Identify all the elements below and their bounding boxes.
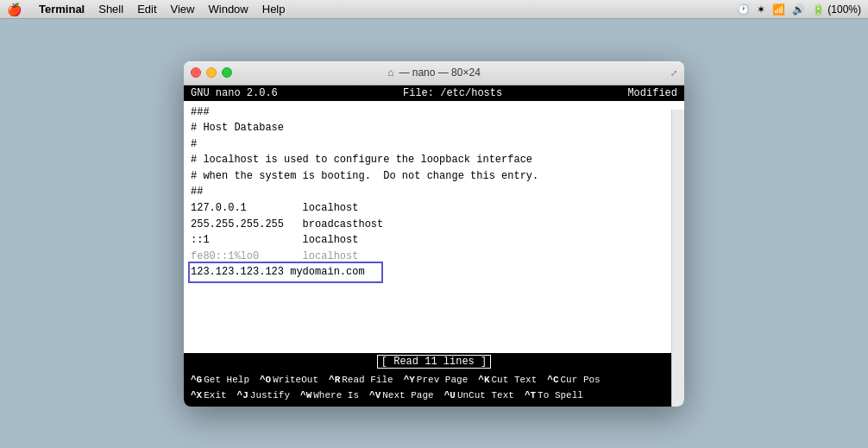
menubar: 🍎 Terminal Shell Edit View Window Help 🕐… (0, 0, 868, 19)
nano-line: ::1 localhost (191, 232, 667, 249)
label-next-page: Next Page (382, 388, 433, 404)
label-to-spell: To Spell (538, 388, 583, 404)
shortcut-justify: ^J Justify (237, 388, 290, 404)
label-prev-page: Prev Page (417, 373, 468, 388)
volume-icon: 🔊 (792, 3, 805, 16)
key-cv: ^V (369, 388, 381, 404)
close-button[interactable] (191, 67, 201, 78)
nano-footer: ^G Get Help ^O WriteOut ^R Read File ^Y … (184, 370, 684, 406)
label-where-is: Where Is (313, 388, 359, 404)
menu-shell[interactable]: Shell (98, 3, 123, 16)
title-bar-center: ⌂ — nano — 80×24 (387, 66, 481, 79)
menu-help[interactable]: Help (262, 3, 286, 16)
nano-line: ## (191, 184, 667, 200)
nano-editor[interactable]: GNU nano 2.0.6 File: /etc/hosts Modified… (184, 85, 684, 407)
terminal-window: ⌂ — nano — 80×24 ⤢ GNU nano 2.0.6 File: … (184, 61, 684, 407)
nano-line: fe80::1%lo0 localhost (191, 249, 667, 265)
nano-line: 255.255.255.255 broadcasthost (191, 217, 667, 233)
shortcut-cut-text: ^K Cut Text (478, 373, 537, 388)
nano-highlighted-line: 123.123.123.123 mydomain.com (191, 264, 381, 281)
footer-row-1: ^G Get Help ^O WriteOut ^R Read File ^Y … (191, 373, 677, 388)
shortcut-cur-pos: ^C Cur Pos (547, 373, 600, 388)
nano-line: # (191, 136, 667, 153)
key-cr: ^R (329, 373, 340, 388)
window-title: — nano — 80×24 (399, 66, 480, 79)
nano-version: GNU nano 2.0.6 (191, 87, 278, 99)
label-justify: Justify (250, 388, 290, 404)
key-cw: ^W (300, 388, 311, 404)
key-cg: ^G (191, 373, 202, 388)
resize-icon[interactable]: ⤢ (670, 68, 677, 78)
menu-terminal[interactable]: Terminal (39, 3, 85, 16)
battery-indicator: 🔋 (100%) (812, 3, 861, 16)
key-ct: ^T (525, 388, 536, 404)
nano-line: 127.0.0.1 localhost (191, 200, 667, 217)
read-lines-badge: [ Read 11 lines ] (377, 355, 491, 369)
nano-line: # localhost is used to configure the loo… (191, 152, 667, 168)
shortcut-uncut-text: ^U UnCut Text (444, 388, 514, 404)
nano-line: # Host Database (191, 120, 667, 136)
key-cx: ^X (191, 388, 202, 404)
wifi-icon: 📶 (772, 3, 785, 16)
key-cj: ^J (237, 388, 248, 404)
key-cy: ^Y (404, 373, 415, 388)
traffic-lights (191, 67, 232, 78)
menubar-right: 🕐 ✶ 📶 🔊 🔋 (100%) (737, 3, 861, 16)
nano-file: File: /etc/hosts (403, 87, 502, 99)
shortcut-read-file: ^R Read File (329, 373, 393, 388)
minimize-button[interactable] (206, 67, 217, 78)
shortcut-writeout: ^O WriteOut (260, 373, 318, 388)
nano-header: GNU nano 2.0.6 File: /etc/hosts Modified (184, 85, 684, 101)
shortcut-get-help: ^G Get Help (191, 373, 249, 388)
nano-modified: Modified (627, 87, 677, 99)
label-cur-pos: Cur Pos (561, 373, 601, 388)
shortcut-to-spell: ^T To Spell (525, 388, 583, 404)
key-co: ^O (260, 373, 271, 388)
menu-view[interactable]: View (171, 3, 195, 16)
nano-line: ### (191, 104, 667, 121)
shortcut-where-is: ^W Where Is (300, 388, 359, 404)
label-get-help: Get Help (204, 373, 249, 388)
nano-line: # when the system is booting. Do not cha… (191, 168, 667, 185)
label-cut-text: Cut Text (491, 373, 537, 388)
clock-icon: 🕐 (737, 3, 750, 16)
shortcut-next-page: ^V Next Page (369, 388, 434, 404)
desktop: ⌂ — nano — 80×24 ⤢ GNU nano 2.0.6 File: … (0, 19, 868, 448)
bluetooth-icon: ✶ (757, 3, 765, 16)
scrollbar[interactable] (671, 110, 684, 407)
label-uncut-text: UnCut Text (457, 388, 514, 404)
shortcut-prev-page: ^Y Prev Page (404, 373, 469, 388)
menu-edit[interactable]: Edit (137, 3, 156, 16)
apple-menu[interactable]: 🍎 (7, 3, 22, 16)
nano-status-bar: [ Read 11 lines ] (184, 353, 684, 370)
label-read-file: Read File (342, 373, 393, 388)
menu-window[interactable]: Window (209, 3, 248, 16)
title-bar: ⌂ — nano — 80×24 ⤢ (184, 61, 684, 85)
key-ck: ^K (478, 373, 489, 388)
home-icon: ⌂ (387, 66, 393, 79)
label-writeout: WriteOut (273, 373, 318, 388)
nano-content[interactable]: ### # Host Database # # localhost is use… (184, 101, 684, 354)
key-cc: ^C (547, 373, 558, 388)
maximize-button[interactable] (222, 67, 232, 78)
shortcut-exit: ^X Exit (191, 388, 227, 404)
footer-row-2: ^X Exit ^J Justify ^W Where Is ^V Next P… (191, 388, 677, 404)
key-cu: ^U (444, 388, 456, 404)
label-exit: Exit (204, 388, 226, 404)
